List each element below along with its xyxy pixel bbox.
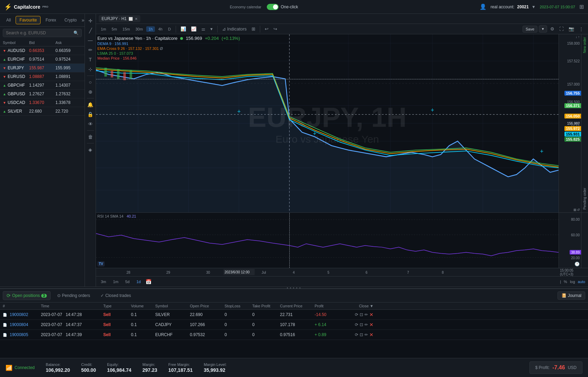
close-order-icon[interactable]: ✕	[369, 322, 374, 327]
tab-pending-orders[interactable]: ⊙ Pending orders	[53, 291, 94, 300]
period-5d[interactable]: 5d	[123, 279, 132, 284]
crosshair-tool[interactable]: ✛	[86, 17, 95, 25]
timeframe-5m[interactable]: 5m	[109, 26, 119, 32]
auto-scale[interactable]: auto	[578, 280, 585, 284]
time-icon[interactable]: 🕐	[574, 262, 580, 266]
edit-icon[interactable]: ✏	[365, 322, 368, 327]
bar-chart-icon[interactable]: ⚌	[200, 25, 207, 33]
bid-value: 0.66353	[29, 48, 55, 53]
period-1m[interactable]: 1m	[111, 279, 120, 284]
undo-icon[interactable]: ↩	[263, 25, 270, 33]
order-takeprofit: 0	[252, 322, 280, 327]
ask-value: 0.97524	[55, 57, 82, 62]
main-chart-svg[interactable]: + + + +	[96, 34, 559, 212]
table-row: 📄 19000805 2023-07-07 14:47:39 Sell 0.1 …	[0, 330, 588, 340]
save-dropdown[interactable]: ▾	[539, 25, 547, 33]
line-chart-icon[interactable]: 📈	[189, 25, 198, 33]
recalc-icon[interactable]: ⟳	[355, 332, 358, 337]
tab-forex[interactable]: Forex	[42, 16, 60, 24]
lock-tool[interactable]: 🔒	[86, 110, 95, 119]
median-row: Median Price · 156.846	[97, 56, 240, 60]
percent-scale[interactable]: %	[564, 280, 567, 284]
more-icon[interactable]: ⋮	[577, 25, 585, 33]
pending-order-label[interactable]: Pending order	[583, 185, 587, 212]
partial-close-icon[interactable]: ⊡	[360, 312, 363, 317]
chevron-down-icon[interactable]: ▼	[532, 5, 536, 9]
close-icon[interactable]: ✕	[135, 17, 138, 21]
text-tool[interactable]: T	[86, 55, 95, 64]
list-item[interactable]: ▼AUDUSD 0.66353 0.66359	[0, 46, 85, 55]
more-icon[interactable]: »	[81, 17, 84, 23]
chart-canvas[interactable]: Euro vs Japanese Yen · 1h · Capitalcore …	[96, 34, 559, 212]
arrow-down-price[interactable]: ↓	[576, 35, 577, 39]
tab-crypto[interactable]: Crypto	[61, 16, 80, 24]
horizontal-line-tool[interactable]: —	[86, 36, 95, 44]
timeframe-1h[interactable]: 1h	[146, 26, 155, 32]
search-input[interactable]	[6, 30, 73, 35]
fullscreen-icon[interactable]: ⛶	[558, 25, 565, 33]
line-tool[interactable]: ╱	[86, 26, 95, 35]
recalc-icon[interactable]: ⟳	[355, 312, 358, 317]
tab-all[interactable]: All	[3, 16, 14, 24]
orders-header: # Time Type Volume Symbol Open Price Sto…	[0, 303, 588, 310]
list-item[interactable]: ▲GBPCHF 1.14297 1.14307	[0, 81, 85, 90]
compress-icon[interactable]: ⊠	[573, 208, 576, 212]
edit-icon[interactable]: ✏	[365, 332, 368, 337]
refresh-icon[interactable]: ↺	[577, 208, 580, 212]
alert-tool[interactable]: 🔔	[86, 100, 95, 109]
list-item[interactable]: ▲GBPUSD 1.27627 1.27632	[0, 90, 85, 98]
grid-icon[interactable]: ⊞	[579, 3, 584, 10]
chart-dropdown[interactable]: ▾	[209, 25, 214, 33]
one-click-toggle[interactable]: One-click	[267, 4, 298, 10]
list-item[interactable]: ▲SILVER 22.680 22.720	[0, 107, 85, 116]
partial-close-icon[interactable]: ⊡	[360, 322, 363, 327]
toggle-switch[interactable]	[267, 4, 279, 10]
zoom-tool[interactable]: ⊕	[86, 88, 95, 96]
rsi-level-20: 20.00	[571, 256, 580, 260]
timeframe-15m[interactable]: 15m	[121, 26, 132, 32]
arrow-up-price[interactable]: ↑	[578, 35, 580, 39]
timeframe-4h[interactable]: 4h	[156, 26, 165, 32]
period-1d[interactable]: 1d	[134, 279, 143, 284]
journal-button[interactable]: 📔 Journal	[558, 291, 585, 300]
tab-favourite[interactable]: Favourite	[16, 16, 41, 24]
circle-tool[interactable]: ○	[86, 78, 95, 86]
measure-tool[interactable]: ⊹	[86, 65, 95, 73]
header-right: 👤 real account: 20021 ▼ 2023-07-07 15:00…	[480, 3, 584, 10]
timeframe-30m[interactable]: 30m	[133, 26, 145, 32]
list-item[interactable]: ▼EURJPY 155.987 155.995	[0, 64, 85, 72]
timeframe-1m[interactable]: 1m	[99, 26, 108, 32]
close-order-icon[interactable]: ✕	[369, 312, 374, 317]
indicators-btn[interactable]: ⊿ Indicators	[220, 25, 248, 33]
list-item[interactable]: ▲EURCHF 0.97514 0.97524	[0, 55, 85, 64]
timeframe-d[interactable]: D	[166, 26, 173, 32]
open-positions-label: Open positions	[12, 293, 40, 298]
partial-close-icon[interactable]: ⊡	[360, 332, 363, 337]
tab-open-positions[interactable]: ⟳ Open positions 3	[3, 291, 51, 300]
candle-icon[interactable]: 📊	[179, 25, 188, 33]
redo-icon[interactable]: ↪	[272, 25, 279, 33]
layers-tool[interactable]: ◈	[86, 146, 95, 154]
svg-text:+: +	[313, 130, 316, 138]
layout-icon[interactable]: ⊞	[250, 25, 257, 33]
edit-icon[interactable]: ✏	[365, 312, 368, 317]
separator	[87, 76, 94, 76]
save-button[interactable]: Save	[523, 26, 537, 33]
new-order-label[interactable]: New order	[583, 34, 587, 56]
close-order-icon[interactable]: ✕	[369, 332, 374, 337]
calendar-icon[interactable]: 📅	[146, 279, 151, 284]
trash-tool[interactable]: 🗑	[86, 133, 95, 141]
period-3m[interactable]: 3m	[99, 279, 108, 284]
ask-value: 1.33678	[55, 100, 82, 105]
chart-tab-eurjpy[interactable]: EURJPY · H1 ⬜ ✕	[99, 15, 140, 22]
pencil-tool[interactable]: ✏	[86, 46, 95, 54]
screenshot-icon[interactable]: 📷	[567, 25, 576, 33]
list-item[interactable]: ▼USDCAD 1.33670 1.33678	[0, 98, 85, 107]
tab-closed-trades[interactable]: ✓ Closed trades	[97, 291, 135, 300]
settings-icon[interactable]: ⚙	[548, 25, 556, 33]
list-item[interactable]: ▼EURUSD 1.08887 1.08891	[0, 72, 85, 81]
rsi-canvas[interactable]: RSI 14 SMA 14 40.21 TV	[96, 213, 559, 268]
col-profit: Profit	[315, 304, 346, 308]
recalc-icon[interactable]: ⟳	[355, 322, 358, 327]
eye-tool[interactable]: 👁	[86, 120, 95, 128]
